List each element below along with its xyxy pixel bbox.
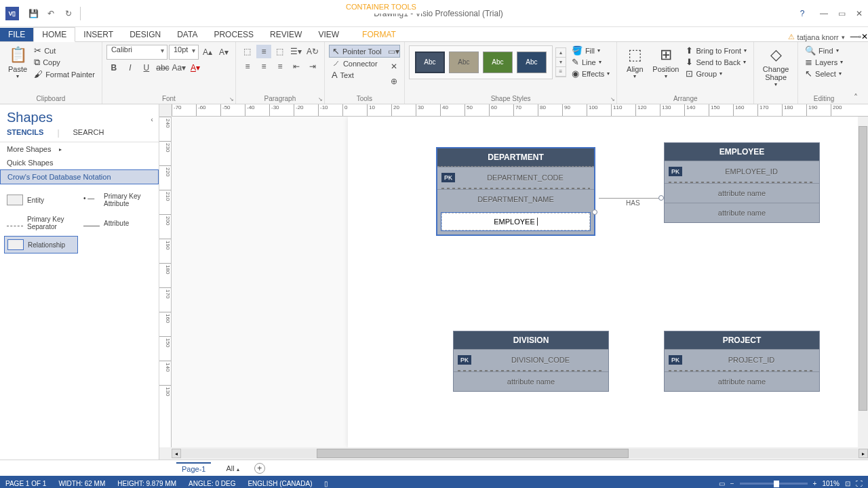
- scroll-left-button[interactable]: ◂: [172, 449, 181, 458]
- align-button[interactable]: ⬚Align▾: [621, 45, 648, 81]
- entity-employee-attr2[interactable]: attribute name: [665, 203, 819, 222]
- close-tool-button[interactable]: ✕: [387, 60, 401, 73]
- font-family-select[interactable]: Calibri: [106, 45, 167, 60]
- layers-button[interactable]: ≣Layers▾: [802, 56, 846, 68]
- ribbon-minimize-icon[interactable]: —: [850, 32, 859, 41]
- more-shapes-item[interactable]: More Shapes▸: [0, 142, 159, 156]
- entity-project-title[interactable]: PROJECT: [665, 331, 819, 349]
- tab-stencils[interactable]: STENCILS: [7, 128, 43, 138]
- entity-project[interactable]: PROJECT PK PROJECT_ID attribute name: [664, 331, 820, 392]
- page-tab-all[interactable]: All ▴: [220, 463, 244, 474]
- align-center-button[interactable]: ≡: [256, 60, 271, 73]
- user-account[interactable]: ⚠ tatjana knorr ▾: [788, 33, 850, 41]
- bullets-button[interactable]: ☰▾: [289, 45, 304, 58]
- fit-page-icon[interactable]: ⊡: [845, 480, 850, 487]
- crows-foot-stencil[interactable]: Crow's Foot Database Notation: [0, 169, 159, 184]
- entity-department-pk-row[interactable]: PK DEPARTMENT_CODE: [437, 167, 594, 188]
- entity-project-pk-row[interactable]: PK PROJECT_ID: [665, 349, 819, 370]
- font-launcher-icon[interactable]: ↘: [229, 96, 234, 102]
- font-size-select[interactable]: 10pt: [169, 45, 199, 60]
- case-button[interactable]: Aa▾: [172, 61, 186, 75]
- underline-button[interactable]: U: [139, 61, 154, 75]
- scroll-right-button[interactable]: ▸: [859, 449, 868, 458]
- gallery-scroll[interactable]: ▴▾≡: [555, 47, 566, 77]
- font-color-button[interactable]: A▾: [188, 61, 203, 75]
- format-painter-button[interactable]: 🖌Format Painter: [31, 68, 98, 80]
- tab-home[interactable]: HOME: [33, 27, 75, 42]
- quick-shapes-item[interactable]: Quick Shapes: [0, 156, 159, 169]
- change-shape-button[interactable]: ◇Change Shape▾: [758, 45, 793, 89]
- position-button[interactable]: ⊞Position▾: [648, 45, 683, 81]
- entity-department[interactable]: DEPARTMENT PK DEPARTMENT_CODE DEPARTMENT…: [436, 147, 595, 236]
- macro-record-icon[interactable]: ▯: [324, 480, 328, 487]
- strike-button[interactable]: abc: [155, 61, 170, 75]
- full-screen-icon[interactable]: ⛶: [856, 480, 863, 487]
- scroll-thumb-v[interactable]: [859, 126, 867, 411]
- indent-dec-button[interactable]: ⇤: [289, 60, 304, 73]
- align-middle-button[interactable]: ≡: [256, 45, 271, 58]
- entity-division-pk-row[interactable]: PK DIVISION_CODE: [454, 349, 608, 370]
- tab-review[interactable]: REVIEW: [262, 28, 310, 41]
- tab-insert[interactable]: INSERT: [75, 28, 121, 41]
- align-right-button[interactable]: ≡: [273, 60, 288, 73]
- shape-entity[interactable]: Entity: [4, 190, 78, 210]
- rotate-text-button[interactable]: A↻: [305, 45, 320, 58]
- ribbon-close-icon[interactable]: ✕: [861, 32, 868, 41]
- tab-design[interactable]: DESIGN: [121, 28, 169, 41]
- shape-style-3[interactable]: Abc: [483, 52, 513, 73]
- zoom-in-icon[interactable]: +: [813, 480, 817, 487]
- scroll-thumb-h[interactable]: [317, 449, 629, 458]
- shape-pk-attribute[interactable]: • —Primary Key Attribute: [81, 190, 155, 210]
- vertical-scrollbar[interactable]: [858, 117, 868, 447]
- status-page[interactable]: PAGE 1 OF 1: [5, 480, 46, 487]
- group-button[interactable]: ⊡Group▾: [683, 68, 749, 79]
- tab-view[interactable]: VIEW: [310, 28, 347, 41]
- effects-button[interactable]: ◉Effects▾: [569, 68, 612, 79]
- bring-front-button[interactable]: ⬆Bring to Front▾: [683, 45, 749, 56]
- entity-department-title[interactable]: DEPARTMENT: [437, 148, 594, 167]
- paste-button[interactable]: 📋 Paste ▾: [4, 45, 31, 81]
- align-bottom-button[interactable]: ⬚: [273, 45, 288, 58]
- line-button[interactable]: ✎Line▾: [569, 56, 612, 68]
- fill-button[interactable]: 🪣Fill▾: [569, 45, 612, 56]
- shape-pk-separator[interactable]: Primary Key Separator: [4, 213, 78, 233]
- tab-data[interactable]: DATA: [169, 28, 205, 41]
- drawing-canvas[interactable]: DEPARTMENT PK DEPARTMENT_CODE DEPARTMENT…: [172, 117, 868, 447]
- save-icon[interactable]: 💾: [27, 7, 39, 20]
- redo-icon[interactable]: ↻: [62, 7, 75, 20]
- connection-point-right[interactable]: [592, 209, 597, 215]
- shrink-font-button[interactable]: A▾: [216, 45, 231, 59]
- tab-search[interactable]: SEARCH: [73, 128, 104, 138]
- entity-employee-pk-row[interactable]: PK EMPLOYEE_ID: [665, 161, 819, 182]
- shape-styles-launcher-icon[interactable]: ↘: [610, 96, 615, 102]
- zoom-level[interactable]: 101%: [822, 480, 840, 487]
- zoom-slider[interactable]: [740, 483, 808, 485]
- align-top-button[interactable]: ⬚: [240, 45, 255, 58]
- bold-button[interactable]: B: [106, 61, 121, 75]
- maximize-icon[interactable]: ▭: [833, 6, 850, 21]
- cut-button[interactable]: ✂Cut: [31, 45, 98, 56]
- tab-process[interactable]: PROCESS: [205, 28, 262, 41]
- tab-format[interactable]: FORMAT: [354, 28, 404, 41]
- shape-style-gallery[interactable]: Abc Abc Abc Abc: [409, 45, 553, 79]
- add-page-button[interactable]: +: [254, 463, 265, 474]
- scroll-track-h[interactable]: [181, 449, 859, 458]
- entity-employee-attr1[interactable]: attribute name: [665, 183, 819, 203]
- horizontal-scrollbar[interactable]: ◂ ▸: [172, 447, 868, 460]
- tab-file[interactable]: FILE: [0, 28, 33, 41]
- entity-project-attr1[interactable]: attribute name: [665, 371, 819, 391]
- shape-attribute[interactable]: Attribute: [81, 213, 155, 233]
- paragraph-launcher-icon[interactable]: ↘: [318, 96, 323, 102]
- shape-style-4[interactable]: Abc: [517, 52, 547, 73]
- align-left-button[interactable]: ≡: [240, 60, 255, 73]
- indent-inc-button[interactable]: ⇥: [305, 60, 320, 73]
- entity-division-attr1[interactable]: attribute name: [454, 371, 608, 391]
- rectangle-tool-button[interactable]: ▭▾: [387, 45, 401, 58]
- entity-employee[interactable]: EMPLOYEE PK EMPLOYEE_ID attribute name a…: [664, 142, 820, 223]
- entity-division-title[interactable]: DIVISION: [454, 331, 608, 349]
- zoom-out-icon[interactable]: −: [730, 480, 734, 487]
- zoom-handle[interactable]: [774, 481, 779, 487]
- relationship-line-has[interactable]: [599, 198, 663, 199]
- close-icon[interactable]: ✕: [850, 6, 868, 21]
- shape-style-2[interactable]: Abc: [449, 52, 479, 73]
